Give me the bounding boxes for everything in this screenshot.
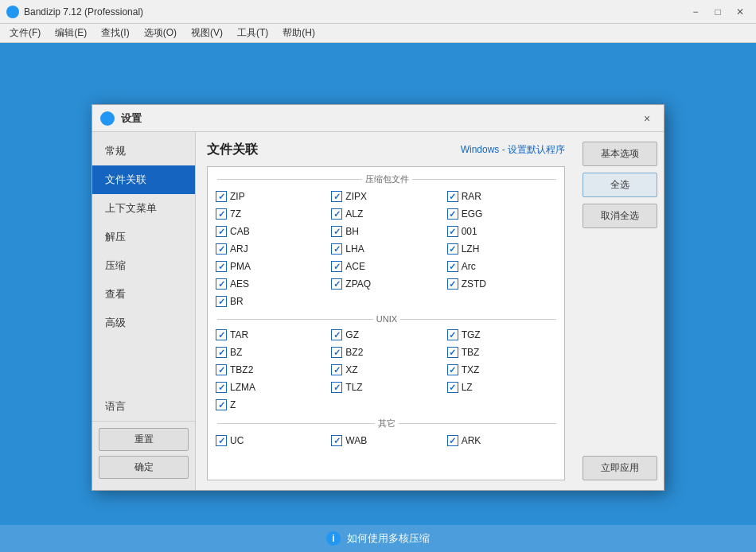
- apply-button[interactable]: 立即应用: [583, 456, 657, 480]
- main-content: 文件关联 Windows - 设置默认程序 压缩包文件 ZIP ZIPX: [196, 132, 576, 490]
- list-item: 001: [446, 224, 558, 239]
- dialog-close-button[interactable]: ×: [638, 110, 656, 127]
- section-label-other: 其它: [211, 414, 561, 431]
- list-item: TXZ: [446, 362, 558, 378]
- checkbox-rar[interactable]: [447, 191, 458, 202]
- checkbox-lzma[interactable]: [216, 382, 227, 393]
- checkbox-lz[interactable]: [447, 382, 458, 393]
- checklist-wrapper: 压缩包文件 ZIP ZIPX RAR 7Z ALZ EGG CAB BH: [207, 166, 565, 480]
- list-item: LHA: [329, 241, 442, 257]
- list-item: EGG: [446, 206, 558, 222]
- checkbox-tbz[interactable]: [447, 347, 458, 358]
- checkbox-pma[interactable]: [216, 261, 227, 272]
- list-item: XZ: [329, 362, 442, 378]
- checklist-scroll[interactable]: 压缩包文件 ZIP ZIPX RAR 7Z ALZ EGG CAB BH: [208, 167, 564, 480]
- checkbox-wab[interactable]: [331, 435, 342, 446]
- list-item: BZ2: [329, 344, 442, 360]
- checkbox-cab[interactable]: [216, 226, 227, 237]
- list-item: LZ: [446, 379, 558, 395]
- sidebar-item-extract[interactable]: 解压: [92, 223, 195, 251]
- sidebar-item-general[interactable]: 常规: [92, 137, 195, 165]
- content-area: 文件关联 Windows - 设置默认程序 压缩包文件 ZIP ZIPX: [196, 132, 664, 490]
- dialog-title-bar: 设置 ×: [92, 105, 664, 132]
- close-button[interactable]: ✕: [731, 2, 750, 21]
- checkbox-uc[interactable]: [216, 435, 227, 446]
- list-item: TBZ: [446, 344, 558, 360]
- checkbox-lzh[interactable]: [447, 243, 458, 255]
- dialog-body: 常规 文件关联 上下文菜单 解压 压缩 查看 高级 语言 重置 确定: [92, 132, 664, 490]
- menu-edit[interactable]: 编辑(E): [49, 25, 93, 41]
- list-item: Arc: [446, 259, 558, 274]
- checkbox-tgz[interactable]: [447, 329, 458, 340]
- section-label-unix: UNIX: [211, 311, 561, 325]
- checkbox-bh[interactable]: [331, 226, 342, 237]
- checkbox-gz[interactable]: [331, 329, 342, 340]
- list-item: WAB: [329, 433, 442, 449]
- checkbox-arj[interactable]: [216, 243, 227, 255]
- checkbox-aes[interactable]: [216, 278, 227, 290]
- checkbox-zipx[interactable]: [331, 191, 342, 202]
- sidebar-item-advanced[interactable]: 高级: [92, 309, 195, 337]
- checkbox-xz[interactable]: [331, 364, 342, 375]
- reset-button[interactable]: 重置: [99, 428, 189, 451]
- list-item: ARJ: [214, 241, 326, 257]
- checkbox-zpaq[interactable]: [331, 278, 342, 290]
- basic-options-button[interactable]: 基本选项: [583, 142, 657, 166]
- minimize-button[interactable]: −: [686, 2, 705, 21]
- checkbox-bz[interactable]: [216, 347, 227, 358]
- list-item: ALZ: [329, 206, 442, 222]
- checkbox-tbz2[interactable]: [216, 364, 227, 375]
- sidebar-item-view[interactable]: 查看: [92, 280, 195, 309]
- menu-find[interactable]: 查找(I): [95, 25, 135, 41]
- checkbox-ace[interactable]: [331, 261, 342, 272]
- list-item: LZMA: [214, 379, 326, 395]
- checkbox-ark[interactable]: [447, 435, 458, 446]
- checkbox-bz2[interactable]: [331, 347, 342, 358]
- select-all-button[interactable]: 全选: [583, 173, 657, 197]
- menu-tools[interactable]: 工具(T): [231, 25, 275, 41]
- list-item: TAR: [214, 327, 326, 343]
- dialog-title: 设置: [121, 111, 638, 126]
- menu-options[interactable]: 选项(O): [138, 25, 183, 41]
- list-item: UC: [214, 433, 326, 449]
- list-item: BZ: [214, 344, 326, 360]
- checkbox-zip[interactable]: [216, 191, 227, 202]
- checkbox-br[interactable]: [216, 296, 227, 307]
- sidebar-lang[interactable]: 语言: [92, 392, 195, 421]
- checkbox-lha[interactable]: [331, 243, 342, 255]
- sidebar-item-file-assoc[interactable]: 文件关联: [92, 165, 195, 194]
- content-title: 文件关联: [207, 142, 258, 158]
- checkbox-7z[interactable]: [216, 208, 227, 220]
- checkbox-z[interactable]: [216, 399, 227, 410]
- app-icon: [6, 6, 19, 18]
- section-label-archive: 压缩包文件: [211, 170, 561, 187]
- info-icon: i: [326, 531, 341, 546]
- checkbox-txz[interactable]: [447, 364, 458, 375]
- menu-view[interactable]: 视图(V): [185, 25, 229, 41]
- list-item: TLZ: [329, 379, 442, 395]
- deselect-all-button[interactable]: 取消全选: [583, 204, 657, 228]
- checkbox-arc[interactable]: [447, 261, 458, 272]
- menu-help[interactable]: 帮助(H): [276, 25, 321, 41]
- list-item: Z: [214, 397, 326, 413]
- checkbox-tlz[interactable]: [331, 382, 342, 393]
- list-item: TBZ2: [214, 362, 326, 378]
- checkbox-alz[interactable]: [331, 208, 342, 220]
- app-area: 设置 × 常规 文件关联 上下文菜单 解压 压缩 查看 高级 语言 重置 确定: [0, 43, 756, 552]
- checkbox-zstd[interactable]: [447, 278, 458, 290]
- checkbox-001[interactable]: [447, 226, 458, 237]
- menu-file[interactable]: 文件(F): [3, 25, 47, 41]
- list-item: LZH: [446, 241, 558, 257]
- app-title: Bandizip 7.12 (Professional): [24, 6, 686, 17]
- list-item: ACE: [329, 259, 442, 274]
- sidebar-item-compress[interactable]: 压缩: [92, 251, 195, 280]
- sidebar-item-context-menu[interactable]: 上下文菜单: [92, 194, 195, 223]
- ok-button[interactable]: 确定: [99, 456, 189, 479]
- checkbox-egg[interactable]: [447, 208, 458, 220]
- checkbox-tar[interactable]: [216, 329, 227, 340]
- windows-default-link[interactable]: Windows - 设置默认程序: [461, 143, 565, 157]
- maximize-button[interactable]: □: [708, 2, 727, 21]
- list-item: 7Z: [214, 206, 326, 222]
- list-item: RAR: [446, 189, 558, 204]
- list-item: ZIP: [214, 189, 326, 204]
